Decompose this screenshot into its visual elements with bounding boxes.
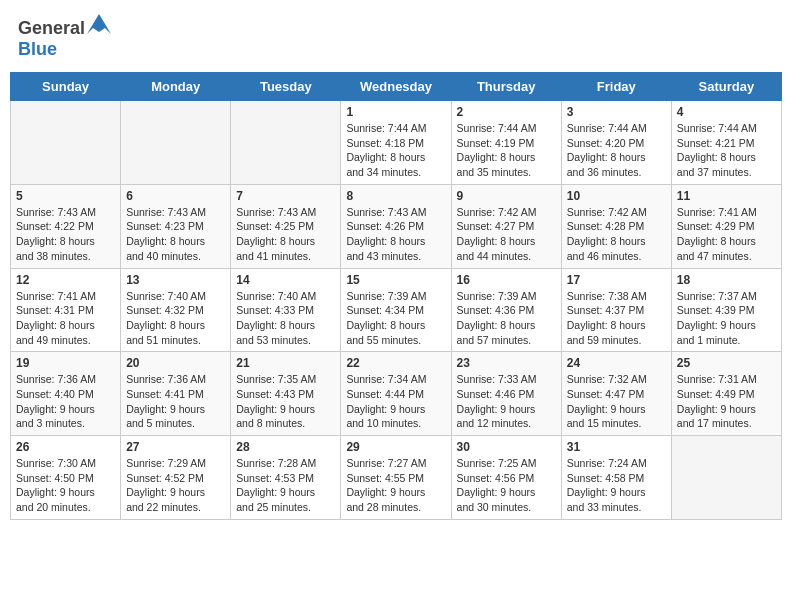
day-info: Sunrise: 7:43 AM Sunset: 4:25 PM Dayligh…	[236, 205, 335, 264]
day-number: 22	[346, 356, 445, 370]
calendar-cell: 19Sunrise: 7:36 AM Sunset: 4:40 PM Dayli…	[11, 352, 121, 436]
calendar-cell: 21Sunrise: 7:35 AM Sunset: 4:43 PM Dayli…	[231, 352, 341, 436]
day-info: Sunrise: 7:28 AM Sunset: 4:53 PM Dayligh…	[236, 456, 335, 515]
calendar-cell	[121, 101, 231, 185]
day-number: 28	[236, 440, 335, 454]
day-info: Sunrise: 7:44 AM Sunset: 4:20 PM Dayligh…	[567, 121, 666, 180]
day-number: 19	[16, 356, 115, 370]
day-info: Sunrise: 7:43 AM Sunset: 4:26 PM Dayligh…	[346, 205, 445, 264]
day-number: 12	[16, 273, 115, 287]
day-header-tuesday: Tuesday	[231, 73, 341, 101]
calendar-cell: 2Sunrise: 7:44 AM Sunset: 4:19 PM Daylig…	[451, 101, 561, 185]
day-number: 20	[126, 356, 225, 370]
day-info: Sunrise: 7:31 AM Sunset: 4:49 PM Dayligh…	[677, 372, 776, 431]
day-header-monday: Monday	[121, 73, 231, 101]
calendar-cell: 9Sunrise: 7:42 AM Sunset: 4:27 PM Daylig…	[451, 184, 561, 268]
day-header-sunday: Sunday	[11, 73, 121, 101]
day-info: Sunrise: 7:41 AM Sunset: 4:31 PM Dayligh…	[16, 289, 115, 348]
calendar-cell: 17Sunrise: 7:38 AM Sunset: 4:37 PM Dayli…	[561, 268, 671, 352]
day-number: 16	[457, 273, 556, 287]
calendar-cell: 15Sunrise: 7:39 AM Sunset: 4:34 PM Dayli…	[341, 268, 451, 352]
calendar-cell: 14Sunrise: 7:40 AM Sunset: 4:33 PM Dayli…	[231, 268, 341, 352]
day-info: Sunrise: 7:30 AM Sunset: 4:50 PM Dayligh…	[16, 456, 115, 515]
day-number: 1	[346, 105, 445, 119]
calendar-cell: 23Sunrise: 7:33 AM Sunset: 4:46 PM Dayli…	[451, 352, 561, 436]
calendar-cell: 1Sunrise: 7:44 AM Sunset: 4:18 PM Daylig…	[341, 101, 451, 185]
logo-bird-icon	[87, 14, 111, 34]
day-info: Sunrise: 7:41 AM Sunset: 4:29 PM Dayligh…	[677, 205, 776, 264]
calendar-cell: 13Sunrise: 7:40 AM Sunset: 4:32 PM Dayli…	[121, 268, 231, 352]
day-info: Sunrise: 7:35 AM Sunset: 4:43 PM Dayligh…	[236, 372, 335, 431]
day-info: Sunrise: 7:42 AM Sunset: 4:28 PM Dayligh…	[567, 205, 666, 264]
calendar-cell: 22Sunrise: 7:34 AM Sunset: 4:44 PM Dayli…	[341, 352, 451, 436]
day-number: 9	[457, 189, 556, 203]
calendar-cell: 4Sunrise: 7:44 AM Sunset: 4:21 PM Daylig…	[671, 101, 781, 185]
day-number: 31	[567, 440, 666, 454]
day-info: Sunrise: 7:40 AM Sunset: 4:33 PM Dayligh…	[236, 289, 335, 348]
calendar-cell: 8Sunrise: 7:43 AM Sunset: 4:26 PM Daylig…	[341, 184, 451, 268]
day-info: Sunrise: 7:44 AM Sunset: 4:21 PM Dayligh…	[677, 121, 776, 180]
day-number: 26	[16, 440, 115, 454]
day-info: Sunrise: 7:44 AM Sunset: 4:19 PM Dayligh…	[457, 121, 556, 180]
day-info: Sunrise: 7:40 AM Sunset: 4:32 PM Dayligh…	[126, 289, 225, 348]
day-info: Sunrise: 7:37 AM Sunset: 4:39 PM Dayligh…	[677, 289, 776, 348]
calendar-cell: 7Sunrise: 7:43 AM Sunset: 4:25 PM Daylig…	[231, 184, 341, 268]
day-info: Sunrise: 7:43 AM Sunset: 4:23 PM Dayligh…	[126, 205, 225, 264]
day-info: Sunrise: 7:39 AM Sunset: 4:34 PM Dayligh…	[346, 289, 445, 348]
svg-marker-0	[87, 14, 111, 34]
calendar-cell: 25Sunrise: 7:31 AM Sunset: 4:49 PM Dayli…	[671, 352, 781, 436]
day-info: Sunrise: 7:25 AM Sunset: 4:56 PM Dayligh…	[457, 456, 556, 515]
calendar-cell: 27Sunrise: 7:29 AM Sunset: 4:52 PM Dayli…	[121, 436, 231, 520]
day-info: Sunrise: 7:38 AM Sunset: 4:37 PM Dayligh…	[567, 289, 666, 348]
calendar-cell: 24Sunrise: 7:32 AM Sunset: 4:47 PM Dayli…	[561, 352, 671, 436]
day-info: Sunrise: 7:44 AM Sunset: 4:18 PM Dayligh…	[346, 121, 445, 180]
day-number: 17	[567, 273, 666, 287]
calendar-cell: 20Sunrise: 7:36 AM Sunset: 4:41 PM Dayli…	[121, 352, 231, 436]
day-info: Sunrise: 7:32 AM Sunset: 4:47 PM Dayligh…	[567, 372, 666, 431]
day-info: Sunrise: 7:36 AM Sunset: 4:40 PM Dayligh…	[16, 372, 115, 431]
day-number: 6	[126, 189, 225, 203]
day-info: Sunrise: 7:24 AM Sunset: 4:58 PM Dayligh…	[567, 456, 666, 515]
calendar-cell: 11Sunrise: 7:41 AM Sunset: 4:29 PM Dayli…	[671, 184, 781, 268]
calendar-cell: 5Sunrise: 7:43 AM Sunset: 4:22 PM Daylig…	[11, 184, 121, 268]
day-number: 25	[677, 356, 776, 370]
day-number: 21	[236, 356, 335, 370]
day-number: 23	[457, 356, 556, 370]
day-info: Sunrise: 7:36 AM Sunset: 4:41 PM Dayligh…	[126, 372, 225, 431]
day-info: Sunrise: 7:42 AM Sunset: 4:27 PM Dayligh…	[457, 205, 556, 264]
day-number: 5	[16, 189, 115, 203]
header: General Blue	[10, 10, 782, 64]
day-info: Sunrise: 7:43 AM Sunset: 4:22 PM Dayligh…	[16, 205, 115, 264]
logo: General Blue	[18, 14, 111, 60]
calendar-cell: 26Sunrise: 7:30 AM Sunset: 4:50 PM Dayli…	[11, 436, 121, 520]
day-number: 18	[677, 273, 776, 287]
calendar-table: SundayMondayTuesdayWednesdayThursdayFrid…	[10, 72, 782, 520]
day-header-friday: Friday	[561, 73, 671, 101]
day-number: 29	[346, 440, 445, 454]
day-number: 13	[126, 273, 225, 287]
calendar-cell: 29Sunrise: 7:27 AM Sunset: 4:55 PM Dayli…	[341, 436, 451, 520]
day-info: Sunrise: 7:34 AM Sunset: 4:44 PM Dayligh…	[346, 372, 445, 431]
calendar-cell	[11, 101, 121, 185]
day-header-saturday: Saturday	[671, 73, 781, 101]
calendar-cell: 3Sunrise: 7:44 AM Sunset: 4:20 PM Daylig…	[561, 101, 671, 185]
calendar-cell	[671, 436, 781, 520]
day-info: Sunrise: 7:33 AM Sunset: 4:46 PM Dayligh…	[457, 372, 556, 431]
day-number: 3	[567, 105, 666, 119]
day-number: 30	[457, 440, 556, 454]
logo-general: General	[18, 18, 85, 38]
calendar-cell	[231, 101, 341, 185]
calendar-cell: 6Sunrise: 7:43 AM Sunset: 4:23 PM Daylig…	[121, 184, 231, 268]
day-info: Sunrise: 7:27 AM Sunset: 4:55 PM Dayligh…	[346, 456, 445, 515]
calendar-cell: 18Sunrise: 7:37 AM Sunset: 4:39 PM Dayli…	[671, 268, 781, 352]
calendar-cell: 12Sunrise: 7:41 AM Sunset: 4:31 PM Dayli…	[11, 268, 121, 352]
day-header-wednesday: Wednesday	[341, 73, 451, 101]
calendar-cell: 10Sunrise: 7:42 AM Sunset: 4:28 PM Dayli…	[561, 184, 671, 268]
day-header-thursday: Thursday	[451, 73, 561, 101]
day-info: Sunrise: 7:29 AM Sunset: 4:52 PM Dayligh…	[126, 456, 225, 515]
calendar-cell: 28Sunrise: 7:28 AM Sunset: 4:53 PM Dayli…	[231, 436, 341, 520]
calendar-cell: 30Sunrise: 7:25 AM Sunset: 4:56 PM Dayli…	[451, 436, 561, 520]
day-number: 24	[567, 356, 666, 370]
calendar-cell: 16Sunrise: 7:39 AM Sunset: 4:36 PM Dayli…	[451, 268, 561, 352]
day-number: 10	[567, 189, 666, 203]
